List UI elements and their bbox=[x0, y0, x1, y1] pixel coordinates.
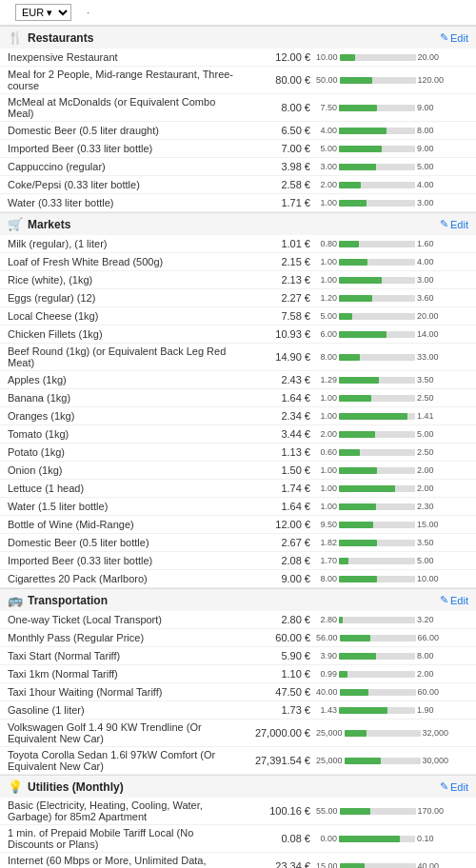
row-value-markets-9: 2.34 € bbox=[240, 410, 316, 422]
row-range-markets-5: 6.0014.00 bbox=[316, 327, 468, 341]
range-max-label: 5.00 bbox=[417, 556, 438, 565]
range-max-label: 20.00 bbox=[418, 52, 440, 62]
edit-link-restaurants[interactable]: ✎ Edit bbox=[440, 31, 468, 44]
row-range-restaurants-1: 50.00120.00 bbox=[316, 73, 468, 87]
range-min-label: 3.90 bbox=[316, 651, 337, 661]
edit-link-utilities[interactable]: ✎ Edit bbox=[440, 780, 468, 793]
row-name-restaurants-0: Inexpensive Restaurant bbox=[8, 51, 240, 63]
range-max-label: 2.00 bbox=[417, 669, 438, 679]
range-max-label: 8.00 bbox=[417, 651, 438, 661]
bar-row-markets-10: 2.005.00 bbox=[316, 429, 438, 439]
bar-row-restaurants-6: 2.004.00 bbox=[316, 180, 438, 189]
range-fill bbox=[339, 522, 373, 528]
row-range-markets-6: 8.0033.00 bbox=[316, 350, 468, 364]
row-range-utilities-1: 0.000.10 bbox=[316, 832, 468, 845]
section-title-text-restaurants: Restaurants bbox=[28, 31, 93, 45]
separator: · bbox=[87, 7, 89, 18]
bar-row-markets-9: 1.001.41 bbox=[316, 411, 438, 421]
row-name-markets-5: Chicken Fillets (1kg) bbox=[8, 328, 240, 340]
row-name-transportation-3: Taxi 1km (Normal Tariff) bbox=[8, 668, 240, 680]
range-min-label: 6.00 bbox=[316, 329, 337, 339]
section-header-transportation: 🚌Transportation✎ Edit bbox=[0, 588, 476, 611]
row-value-markets-7: 2.43 € bbox=[240, 374, 316, 385]
row-value-transportation-3: 1.10 € bbox=[240, 668, 316, 680]
section-title-text-markets: Markets bbox=[28, 218, 70, 231]
range-max-label: 33.00 bbox=[417, 352, 439, 362]
bar-row-markets-13: 1.002.00 bbox=[316, 483, 438, 493]
bar-row-transportation-6: 25,00032,000 bbox=[316, 728, 448, 738]
range-track bbox=[339, 540, 415, 546]
range-track bbox=[340, 689, 416, 696]
row-value-restaurants-6: 2.58 € bbox=[240, 179, 316, 190]
row-name-markets-13: Lettuce (1 head) bbox=[8, 483, 240, 494]
restaurants-icon: 🍴 bbox=[8, 30, 23, 45]
range-max-label: 170.00 bbox=[418, 806, 445, 816]
range-track bbox=[339, 146, 415, 152]
bar-row-markets-7: 1.293.50 bbox=[316, 375, 438, 385]
range-max-label: 3.60 bbox=[417, 293, 438, 303]
row-range-restaurants-6: 2.004.00 bbox=[316, 178, 468, 191]
range-track bbox=[339, 354, 415, 361]
section-title-transportation: 🚌Transportation bbox=[8, 593, 108, 607]
table-row: One-way Ticket (Local Transport)2.80 €2.… bbox=[0, 611, 476, 629]
range-max-label: 2.00 bbox=[417, 483, 438, 493]
row-value-restaurants-1: 80.00 € bbox=[240, 74, 316, 86]
range-min-label: 5.00 bbox=[316, 311, 337, 321]
range-track bbox=[340, 77, 416, 84]
range-max-label: 15.00 bbox=[417, 520, 439, 529]
row-name-markets-10: Tomato (1kg) bbox=[8, 428, 240, 440]
range-fill bbox=[339, 331, 387, 338]
table-row: Potato (1kg)1.13 €0.602.50 bbox=[0, 444, 476, 462]
range-min-label: 15.00 bbox=[316, 861, 338, 868]
row-value-markets-5: 10.93 € bbox=[240, 328, 316, 340]
range-max-label: 2.00 bbox=[417, 465, 438, 475]
range-min-label: 55.00 bbox=[316, 806, 338, 816]
row-range-utilities-0: 55.00170.00 bbox=[316, 804, 468, 818]
row-name-markets-6: Beef Round (1kg) (or Equivalent Back Leg… bbox=[8, 345, 240, 368]
section-header-utilities: 💡Utilities (Monthly)✎ Edit bbox=[0, 775, 476, 798]
edit-link-transportation[interactable]: ✎ Edit bbox=[440, 594, 468, 606]
range-max-label: 3.00 bbox=[417, 198, 438, 207]
range-fill bbox=[339, 413, 407, 420]
range-min-label: 7.50 bbox=[316, 103, 337, 112]
row-name-markets-2: Rice (white), (1kg) bbox=[8, 274, 240, 286]
range-track bbox=[339, 558, 415, 564]
range-track bbox=[345, 730, 421, 737]
currency-select[interactable]: EUR ▾ bbox=[15, 4, 71, 21]
edit-link-markets[interactable]: ✎ Edit bbox=[440, 218, 468, 230]
row-name-markets-3: Eggs (regular) (12) bbox=[8, 292, 240, 304]
table-row: Milk (regular), (1 liter)1.01 €0.801.60 bbox=[0, 235, 476, 253]
row-name-markets-9: Oranges (1kg) bbox=[8, 410, 240, 422]
bar-row-markets-15: 9.5015.00 bbox=[316, 520, 439, 529]
range-min-label: 5.00 bbox=[316, 144, 337, 153]
bar-row-markets-6: 8.0033.00 bbox=[316, 352, 439, 362]
row-value-transportation-5: 1.73 € bbox=[240, 704, 316, 716]
row-name-markets-1: Loaf of Fresh White Bread (500g) bbox=[8, 256, 240, 267]
range-fill bbox=[340, 635, 370, 641]
range-max-label: 10.00 bbox=[417, 574, 439, 583]
row-value-utilities-1: 0.08 € bbox=[240, 833, 316, 844]
row-name-markets-18: Cigarettes 20 Pack (Marlboro) bbox=[8, 573, 240, 584]
range-max-label: 1.60 bbox=[417, 239, 438, 248]
bar-row-markets-3: 1.203.60 bbox=[316, 293, 438, 303]
range-track bbox=[340, 863, 416, 869]
range-fill bbox=[339, 146, 382, 152]
row-range-markets-12: 1.002.00 bbox=[316, 464, 468, 477]
range-min-label: 8.00 bbox=[316, 352, 337, 362]
bar-row-markets-16: 1.823.50 bbox=[316, 538, 438, 547]
table-row: Lettuce (1 head)1.74 €1.002.00 bbox=[0, 480, 476, 498]
row-value-markets-18: 9.00 € bbox=[240, 573, 316, 584]
range-track bbox=[340, 808, 416, 815]
row-name-restaurants-7: Water (0.33 liter bottle) bbox=[8, 197, 240, 208]
range-max-label: 40.00 bbox=[418, 861, 440, 868]
range-track bbox=[339, 836, 415, 842]
range-max-label: 2.30 bbox=[417, 502, 438, 511]
range-track bbox=[339, 105, 415, 111]
range-min-label: 1.70 bbox=[316, 556, 337, 565]
row-value-restaurants-3: 6.50 € bbox=[240, 125, 316, 136]
transportation-icon: 🚌 bbox=[8, 593, 23, 607]
table-row: Oranges (1kg)2.34 €1.001.41 bbox=[0, 407, 476, 425]
row-range-markets-4: 5.0020.00 bbox=[316, 309, 468, 323]
range-min-label: 0.80 bbox=[316, 239, 337, 248]
range-fill bbox=[339, 467, 377, 474]
